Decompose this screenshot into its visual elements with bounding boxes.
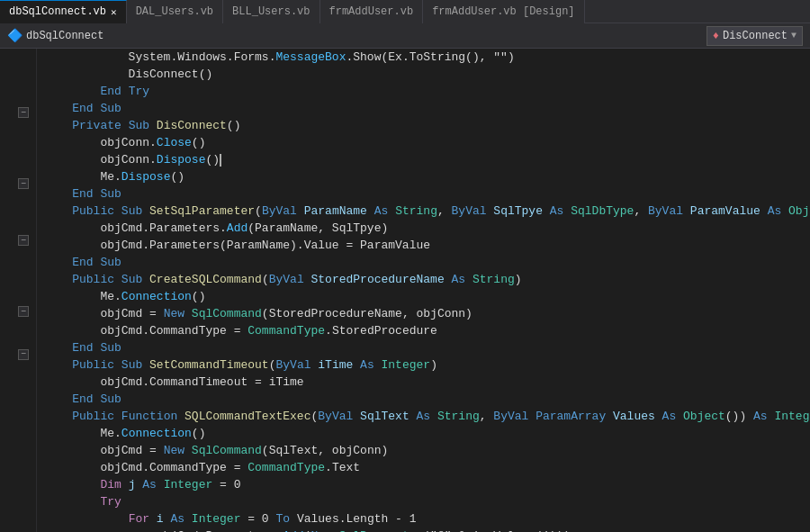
code-line: Me.Connection()	[44, 425, 810, 442]
dropdown-arrow-icon: ▼	[791, 31, 796, 41]
code-line: Me.Dispose()	[44, 168, 810, 185]
gutter-row	[0, 362, 32, 376]
code-line: objConn.Dispose()	[44, 151, 810, 168]
gutter-row-collapsible[interactable]: −	[0, 233, 32, 248]
code-line: Dim j As Integer = 0	[44, 476, 810, 493]
tab-label: BLL_Users.vb	[232, 5, 310, 18]
tab-label: DAL_Users.vb	[136, 5, 213, 18]
code-line: End Sub	[44, 185, 810, 203]
gutter-row	[0, 191, 32, 205]
gutter-row	[0, 446, 32, 461]
tab-frmadduser-design[interactable]: frmAddUser.vb [Design]	[423, 0, 584, 23]
code-line: objCmd.Parameters.Add(New SqlParameter("…	[44, 527, 810, 532]
collapse-button[interactable]: −	[18, 178, 29, 189]
collapse-button[interactable]: −	[18, 349, 29, 360]
tab-frmadduser[interactable]: frmAddUser.vb	[320, 0, 424, 23]
gutter-row	[0, 134, 32, 149]
code-line: Public Sub SetCommandTimeout(ByVal iTime…	[44, 356, 810, 374]
close-icon[interactable]: ✕	[111, 6, 117, 18]
gutter-row	[0, 77, 32, 92]
gutter-row-collapsible[interactable]: −	[0, 176, 32, 191]
gutter-row	[0, 333, 32, 347]
code-line: End Sub	[44, 254, 810, 271]
gutter-row-collapsible[interactable]: −	[0, 304, 32, 319]
code-line: End Try	[44, 83, 810, 100]
code-line: objCmd = New SqlCommand(StoredProcedureN…	[44, 305, 810, 322]
gutter-row	[0, 504, 32, 518]
code-line: objCmd.CommandType = CommandType.StoredP…	[44, 322, 810, 339]
code-line: Me.Connection()	[44, 288, 810, 305]
breadcrumb-method-dropdown[interactable]: ♦ DisConnect ▼	[706, 26, 803, 46]
code-line: End Sub	[44, 339, 810, 356]
method-icon: ♦	[713, 30, 719, 42]
gutter-row-collapsible[interactable]: −	[0, 105, 32, 120]
gutter-row	[0, 390, 32, 404]
gutter-row	[0, 375, 32, 390]
breadcrumb-method: DisConnect	[723, 30, 788, 42]
tab-label: frmAddUser.vb	[329, 5, 414, 18]
tab-dal-users[interactable]: DAL_Users.vb	[127, 0, 223, 23]
collapse-button[interactable]: −	[18, 306, 29, 317]
code-line: Public Sub SetSqlParameter(ByVal ParamNa…	[44, 203, 810, 220]
gutter-row	[0, 248, 32, 262]
code-line: Try	[44, 493, 810, 510]
code-line: Private Sub DisConnect()	[44, 117, 810, 134]
gutter-row	[0, 291, 32, 305]
gutter-row	[0, 276, 32, 291]
gutter-row	[0, 461, 32, 475]
tab-dbsqlconnect[interactable]: dbSqlConnect.vb ✕	[0, 0, 127, 23]
code-line: End Sub	[44, 391, 810, 408]
breadcrumb-right: ♦ DisConnect ▼	[706, 26, 803, 46]
gutter-row	[0, 319, 32, 333]
tab-bar: dbSqlConnect.vb ✕ DAL_Users.vb BLL_Users…	[0, 0, 810, 23]
code-line: objCmd.Parameters(ParamName).Value = Par…	[44, 237, 810, 254]
gutter-row	[0, 490, 32, 504]
tab-label: dbSqlConnect.vb	[9, 5, 106, 18]
gutter-row	[0, 262, 32, 276]
gutter-row	[0, 63, 32, 77]
code-line: For i As Integer = 0 To Values.Length - …	[44, 510, 810, 527]
gutter-row	[0, 49, 32, 63]
code-line: objConn.Close()	[44, 134, 810, 151]
collapse-button[interactable]: −	[18, 107, 29, 118]
breadcrumb-bar: 🔷 dbSqlConnect ♦ DisConnect ▼	[0, 23, 810, 49]
code-line: Public Function SQLCommandTextExec(ByVal…	[44, 408, 810, 425]
code-line: objCmd.Parameters.Add(ParamName, SqlTpye…	[44, 220, 810, 237]
collapse-button[interactable]: −	[18, 235, 29, 246]
breadcrumb-class: dbSqlConnect	[26, 30, 104, 42]
code-line: System.Windows.Forms.MessageBox.Show(Ex.…	[44, 49, 810, 66]
gutter-row	[0, 220, 32, 234]
code-line: objCmd.CommandTimeout = iTime	[44, 374, 810, 391]
tab-label: frmAddUser.vb [Design]	[432, 5, 574, 18]
breadcrumb-left: 🔷 dbSqlConnect	[7, 28, 104, 43]
gutter-row	[0, 91, 32, 105]
code-line: End Sub	[44, 100, 810, 117]
gutter-row	[0, 205, 32, 220]
code-content: System.Windows.Forms.MessageBox.Show(Ex.…	[37, 49, 810, 532]
code-line: Public Sub CreateSQLCommand(ByVal Stored…	[44, 271, 810, 288]
gutter-row	[0, 149, 32, 163]
class-icon: 🔷	[7, 28, 22, 43]
gutter-row	[0, 518, 32, 532]
gutter-row	[0, 404, 32, 419]
gutter-row	[0, 419, 32, 433]
code-line: DisConnect()	[44, 66, 810, 83]
tab-bll-users[interactable]: BLL_Users.vb	[223, 0, 320, 23]
line-gutter: − − − − −	[0, 49, 37, 532]
gutter-row	[0, 162, 32, 176]
gutter-row	[0, 433, 32, 447]
code-line: objCmd.CommandType = CommandType.Text	[44, 459, 810, 476]
gutter-row	[0, 475, 32, 490]
gutter-row	[0, 120, 32, 134]
code-editor: − − − − − System.Window	[0, 49, 810, 532]
code-line: objCmd = New SqlCommand(SqlText, objConn…	[44, 442, 810, 459]
gutter-row-collapsible[interactable]: −	[0, 347, 32, 362]
